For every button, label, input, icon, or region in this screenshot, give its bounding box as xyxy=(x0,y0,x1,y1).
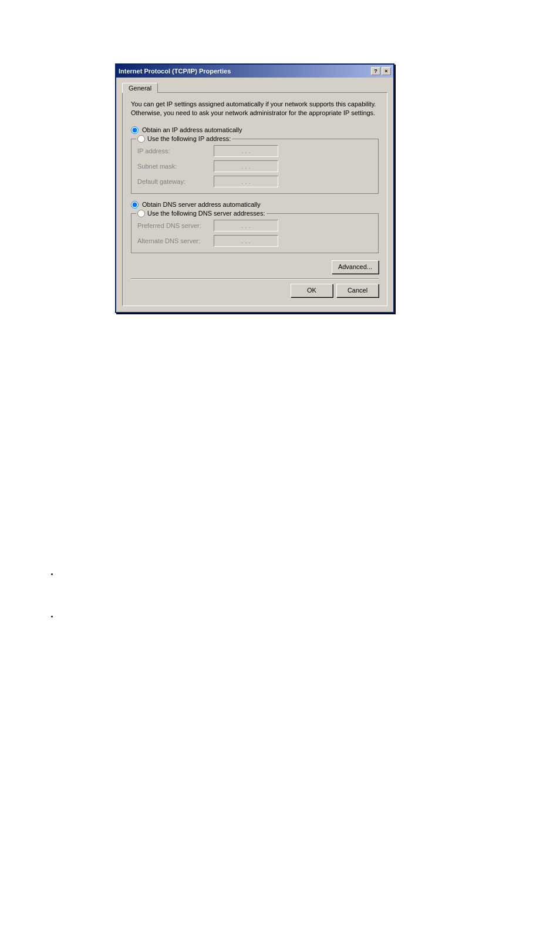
field-row-preferred-dns: Preferred DNS server: . . . xyxy=(137,220,372,231)
separator xyxy=(131,278,379,279)
field-row-alternate-dns: Alternate DNS server: . . . xyxy=(137,235,372,247)
field-label-alternate-dns: Alternate DNS server: xyxy=(137,237,214,244)
radio-ip-manual-input[interactable] xyxy=(137,135,145,143)
radio-dns-auto-label: Obtain DNS server address automatically xyxy=(142,201,261,208)
gateway-input[interactable]: . . . xyxy=(214,176,278,187)
panel-content: You can get IP settings assigned automat… xyxy=(122,92,387,306)
tab-general[interactable]: General xyxy=(122,83,158,93)
radio-dns-manual-input[interactable] xyxy=(137,210,145,217)
button-row: OK Cancel xyxy=(131,284,379,297)
field-label-preferred-dns: Preferred DNS server: xyxy=(137,222,214,229)
radio-dns-manual-label: Use the following DNS server addresses: xyxy=(147,210,265,217)
ip-groupbox: Use the following IP address: IP address… xyxy=(131,139,379,194)
tab-bar: General xyxy=(122,82,387,92)
dialog-content: General You can get IP settings assigned… xyxy=(116,78,393,312)
dns-radio-group: Obtain DNS server address automatically xyxy=(131,201,379,209)
field-row-gateway: Default gateway: . . . xyxy=(137,176,372,187)
radio-dns-auto[interactable]: Obtain DNS server address automatically xyxy=(131,201,379,209)
description-text: You can get IP settings assigned automat… xyxy=(131,100,379,118)
help-button[interactable]: ? xyxy=(371,67,380,75)
field-label-ip: IP address: xyxy=(137,147,214,155)
dialog-title: Internet Protocol (TCP/IP) Properties xyxy=(119,68,231,75)
field-label-subnet: Subnet mask: xyxy=(137,163,214,170)
radio-ip-auto-input[interactable] xyxy=(131,126,139,134)
ip-radio-group: Obtain an IP address automatically xyxy=(131,126,379,134)
field-row-ip: IP address: . . . xyxy=(137,145,372,157)
title-bar-buttons: ? × xyxy=(371,67,391,75)
radio-ip-auto-label: Obtain an IP address automatically xyxy=(142,126,242,133)
page-background: Internet Protocol (TCP/IP) Properties ? … xyxy=(0,0,560,947)
advanced-row: Advanced... xyxy=(131,260,379,274)
cancel-button[interactable]: Cancel xyxy=(336,284,379,297)
radio-ip-auto[interactable]: Obtain an IP address automatically xyxy=(131,126,379,134)
preferred-dns-input[interactable]: . . . xyxy=(214,220,278,231)
dialog-window: Internet Protocol (TCP/IP) Properties ? … xyxy=(115,63,394,313)
advanced-button[interactable]: Advanced... xyxy=(332,260,379,274)
dns-groupbox: Use the following DNS server addresses: … xyxy=(131,213,379,253)
ip-groupbox-legend: Use the following IP address: xyxy=(136,135,232,143)
bullet-section xyxy=(47,570,59,654)
field-row-subnet: Subnet mask: . . . xyxy=(137,160,372,172)
radio-dns-auto-input[interactable] xyxy=(131,201,139,209)
alternate-dns-input[interactable]: . . . xyxy=(214,235,278,247)
close-button[interactable]: × xyxy=(382,67,391,75)
field-label-gateway: Default gateway: xyxy=(137,178,214,185)
ok-button[interactable]: OK xyxy=(291,284,333,297)
title-bar: Internet Protocol (TCP/IP) Properties ? … xyxy=(116,65,393,78)
ip-address-input[interactable]: . . . xyxy=(214,145,278,157)
subnet-mask-input[interactable]: . . . xyxy=(214,160,278,172)
radio-ip-manual-label: Use the following IP address: xyxy=(147,135,231,142)
bullet-list xyxy=(47,570,59,619)
dns-groupbox-legend: Use the following DNS server addresses: xyxy=(136,210,266,217)
